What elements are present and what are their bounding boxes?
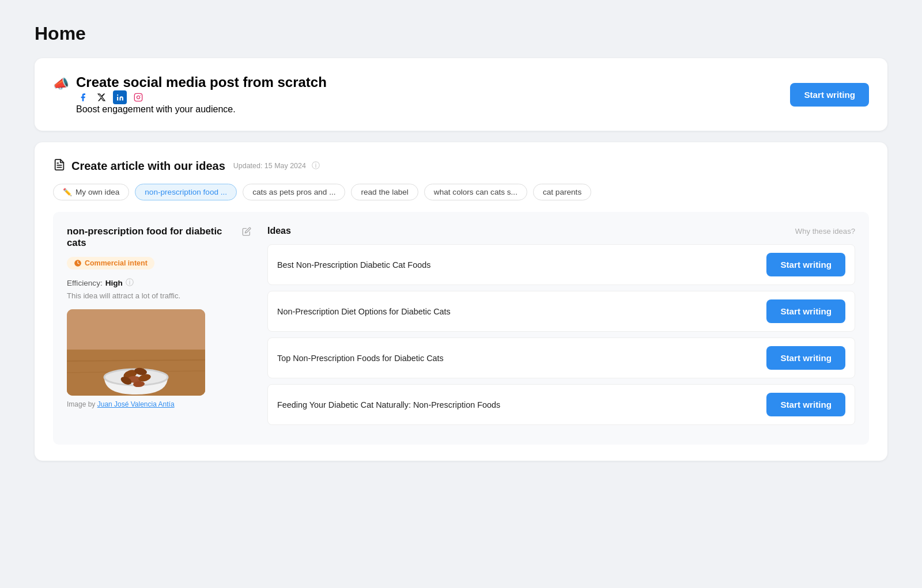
article-updated-tag: Updated: 15 May 2024 — [233, 162, 306, 170]
idea-4-start-writing-button[interactable]: Start writing — [766, 393, 845, 416]
tab-my-own-idea[interactable]: ✏️ My own idea — [53, 184, 129, 200]
idea-row-3: Top Non-Prescription Foods for Diabetic … — [267, 337, 855, 378]
linkedin-icon[interactable] — [113, 90, 127, 104]
image-credit-link[interactable]: Juan José Valencia Antía — [97, 400, 175, 408]
social-start-writing-button[interactable]: Start writing — [790, 83, 869, 107]
social-media-card: 📣 Create social media post from scratch — [35, 58, 887, 131]
tab-cat-parents-label: cat parents — [543, 188, 581, 196]
social-icons-group — [76, 90, 327, 104]
article-inner-content: non-prescription food for diabetic cats … — [53, 212, 869, 445]
efficiency-info-icon[interactable]: ⓘ — [126, 278, 134, 288]
article-doc-icon — [53, 158, 66, 173]
idea-row-1: Best Non-Prescription Diabetic Cat Foods… — [267, 244, 855, 285]
pencil-icon: ✏️ — [63, 188, 72, 196]
idea-1-start-writing-button[interactable]: Start writing — [766, 253, 845, 276]
tab-non-prescription-label: non-prescription food ... — [145, 188, 227, 196]
article-card-header: Create article with our ideas Updated: 1… — [53, 158, 869, 173]
article-image-container: Image by Juan José Valencia Antía — [67, 309, 251, 408]
social-card-left: 📣 Create social media post from scratch — [53, 74, 327, 115]
svg-point-0 — [117, 94, 118, 96]
tab-non-prescription[interactable]: non-prescription food ... — [135, 184, 237, 200]
article-image — [67, 309, 205, 396]
article-card: Create article with our ideas Updated: 1… — [35, 142, 887, 461]
page-title: Home — [35, 23, 887, 44]
tab-my-own-idea-label: My own idea — [75, 188, 119, 196]
article-card-title: Create article with our ideas — [71, 160, 225, 173]
social-card-title: Create social media post from scratch — [76, 74, 327, 104]
idea-2-text: Non-Prescription Diet Options for Diabet… — [277, 307, 451, 316]
tab-cats-pets-label: cats as pets pros and ... — [252, 188, 335, 196]
idea-3-text: Top Non-Prescription Foods for Diabetic … — [277, 354, 444, 363]
idea-3-start-writing-button[interactable]: Start writing — [766, 346, 845, 370]
efficiency-label: Efficiency: — [67, 279, 103, 287]
why-ideas-link[interactable]: Why these ideas? — [795, 227, 855, 236]
tab-what-colors[interactable]: what colors can cats s... — [424, 184, 527, 200]
svg-rect-1 — [134, 93, 142, 101]
article-topic-title: non-prescription food for diabetic cats — [67, 226, 237, 249]
efficiency-row: Efficiency: High ⓘ — [67, 278, 251, 288]
article-topic-title-row: non-prescription food for diabetic cats — [67, 226, 251, 249]
article-left-panel: non-prescription food for diabetic cats … — [67, 226, 251, 431]
idea-row-4: Feeding Your Diabetic Cat Naturally: Non… — [267, 384, 855, 425]
tab-read-label[interactable]: read the label — [351, 184, 418, 200]
facebook-icon[interactable] — [76, 90, 90, 104]
tab-cat-parents[interactable]: cat parents — [533, 184, 591, 200]
topic-tabs: ✏️ My own idea non-prescription food ...… — [53, 184, 869, 200]
idea-row-2: Non-Prescription Diet Options for Diabet… — [267, 291, 855, 332]
image-credit-prefix: Image by — [67, 400, 95, 408]
twitter-icon[interactable] — [95, 90, 108, 104]
commercial-badge-label: Commercial intent — [85, 259, 148, 267]
social-card-text: Create social media post from scratch — [76, 74, 327, 115]
idea-1-text: Best Non-Prescription Diabetic Cat Foods — [277, 260, 430, 270]
article-right-panel: Ideas Why these ideas? Best Non-Prescrip… — [267, 226, 855, 431]
ideas-title: Ideas — [267, 226, 291, 236]
megaphone-icon: 📣 — [53, 76, 69, 92]
article-image-svg — [67, 309, 205, 396]
instagram-icon[interactable] — [131, 90, 145, 104]
efficiency-desc: This idea will attract a lot of traffic. — [67, 291, 251, 300]
social-card-description: Boost engagement with your audience. — [76, 104, 327, 115]
edit-topic-icon[interactable] — [242, 227, 251, 238]
article-info-icon[interactable]: ⓘ — [312, 161, 320, 171]
efficiency-value: High — [105, 279, 123, 287]
commercial-intent-badge: Commercial intent — [67, 257, 154, 270]
tab-cats-pets[interactable]: cats as pets pros and ... — [243, 184, 345, 200]
ideas-header: Ideas Why these ideas? — [267, 226, 855, 236]
tab-read-label-label: read the label — [361, 188, 408, 196]
image-caption: Image by Juan José Valencia Antía — [67, 400, 251, 408]
idea-4-text: Feeding Your Diabetic Cat Naturally: Non… — [277, 400, 500, 409]
idea-2-start-writing-button[interactable]: Start writing — [766, 299, 845, 323]
tab-what-colors-label: what colors can cats s... — [434, 188, 517, 196]
